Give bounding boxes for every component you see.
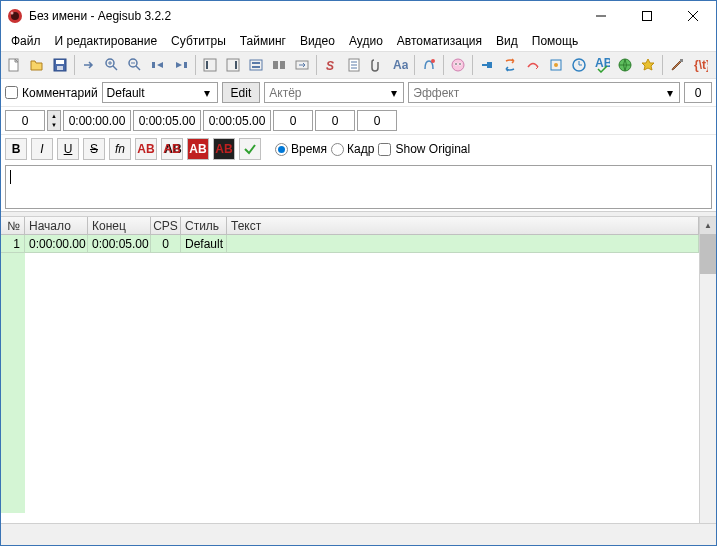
margin-r-input[interactable]: 0 (315, 110, 355, 131)
actor-combo[interactable]: ▾ (264, 82, 404, 103)
zoom-in-icon[interactable] (101, 54, 123, 76)
menu-subtitles[interactable]: Субтитры (165, 32, 232, 50)
grid-left-strip (1, 253, 25, 513)
font-button[interactable]: fn (109, 138, 131, 160)
show-original-checkbox[interactable]: Show Original (378, 142, 470, 156)
svg-point-45 (554, 63, 558, 67)
fonts-collector-icon[interactable]: Aa (389, 54, 411, 76)
svg-rect-26 (252, 66, 260, 68)
layer-input[interactable]: 0 (5, 110, 45, 131)
select-visible-icon[interactable] (245, 54, 267, 76)
vertical-scrollbar[interactable]: ▲ ▼ (699, 217, 716, 523)
subtitle-grid[interactable]: № Начало Конец CPS Стиль Текст 1 0:00:00… (1, 217, 699, 523)
snap-scene-icon[interactable] (268, 54, 290, 76)
scroll-up-icon[interactable]: ▲ (700, 217, 716, 234)
minimize-button[interactable] (578, 1, 624, 30)
svg-point-41 (459, 63, 460, 64)
shift-times-icon[interactable] (291, 54, 313, 76)
options-icon[interactable] (666, 54, 688, 76)
svg-rect-22 (227, 59, 239, 71)
chars-count: 0 (684, 82, 712, 103)
video-jump-end-icon[interactable] (170, 54, 192, 76)
col-start[interactable]: Начало (25, 217, 88, 234)
attachments-icon[interactable] (366, 54, 388, 76)
strike-button[interactable]: S (83, 138, 105, 160)
italic-button[interactable]: I (31, 138, 53, 160)
chevron-down-icon: ▾ (200, 85, 215, 100)
menu-audio[interactable]: Аудио (343, 32, 389, 50)
automation-icon[interactable] (418, 54, 440, 76)
effect-combo[interactable]: ▾ (408, 82, 680, 103)
svg-rect-27 (273, 61, 278, 69)
svg-rect-20 (204, 59, 216, 71)
kanji-timer-icon[interactable] (568, 54, 590, 76)
styling-assistant-icon[interactable] (637, 54, 659, 76)
col-style[interactable]: Стиль (181, 217, 227, 234)
menu-video[interactable]: Видео (294, 32, 341, 50)
snap-start-icon[interactable] (199, 54, 221, 76)
close-button[interactable] (670, 1, 716, 30)
comment-checkbox[interactable]: Комментарий (5, 86, 98, 100)
menu-view[interactable]: Вид (490, 32, 524, 50)
svg-line-12 (113, 66, 117, 70)
outline-color-button[interactable]: AB (187, 138, 209, 160)
properties-icon[interactable] (343, 54, 365, 76)
maximize-button[interactable] (624, 1, 670, 30)
menu-file[interactable]: Файл (5, 32, 47, 50)
zoom-out-icon[interactable] (124, 54, 146, 76)
titlebar: Без имени - Aegisub 3.2.2 (1, 1, 716, 31)
margin-v-input[interactable]: 0 (357, 110, 397, 131)
secondary-color-button[interactable]: AB (161, 138, 183, 160)
timing-postprocessor-icon[interactable] (545, 54, 567, 76)
save-icon[interactable] (49, 54, 71, 76)
svg-point-40 (455, 63, 456, 64)
col-num[interactable]: № (1, 217, 25, 234)
svg-rect-18 (152, 62, 155, 68)
svg-line-16 (136, 66, 140, 70)
margin-l-input[interactable]: 0 (273, 110, 313, 131)
app-icon (7, 8, 23, 24)
commit-button[interactable] (239, 138, 261, 160)
svg-rect-28 (280, 61, 285, 69)
translation-assistant-icon[interactable] (614, 54, 636, 76)
subtitle-text-input[interactable] (5, 165, 712, 209)
duration-input[interactable]: 0:00:05.00 (203, 110, 271, 131)
cycle-tag-icon[interactable]: {\t} (689, 54, 711, 76)
layer-spinner[interactable]: ▲▼ (47, 110, 61, 131)
style-combo[interactable]: Default▾ (102, 82, 218, 103)
svg-rect-10 (57, 66, 63, 70)
styles-manager-icon[interactable]: S (320, 54, 342, 76)
primary-color-button[interactable]: AB (135, 138, 157, 160)
bold-button[interactable]: B (5, 138, 27, 160)
end-time-input[interactable]: 0:00:05.00 (133, 110, 201, 131)
menu-edit[interactable]: И редактирование (49, 32, 164, 50)
resample-icon[interactable] (522, 54, 544, 76)
menu-automation[interactable]: Автоматизация (391, 32, 488, 50)
col-text[interactable]: Текст (227, 217, 699, 234)
video-jump-start-icon[interactable] (147, 54, 169, 76)
shadow-color-button[interactable]: AB (213, 138, 235, 160)
grid-row[interactable]: 1 0:00:00.00 0:00:05.00 0 Default (1, 235, 699, 253)
shift-tag-icon[interactable] (476, 54, 498, 76)
col-end[interactable]: Конец (88, 217, 151, 234)
menu-help[interactable]: Помощь (526, 32, 584, 50)
start-time-input[interactable]: 0:00:00.00 (63, 110, 131, 131)
open-icon[interactable] (26, 54, 48, 76)
statusbar (1, 523, 716, 545)
scroll-thumb[interactable] (700, 234, 716, 274)
snap-end-icon[interactable] (222, 54, 244, 76)
menubar: Файл И редактирование Субтитры Тайминг В… (1, 31, 716, 51)
find-replace-icon[interactable] (499, 54, 521, 76)
assdraw-icon[interactable] (447, 54, 469, 76)
col-cps[interactable]: CPS (151, 217, 181, 234)
menu-timing[interactable]: Тайминг (234, 32, 292, 50)
spellcheck-icon[interactable]: ABC (591, 54, 613, 76)
new-icon[interactable] (3, 54, 25, 76)
window-controls (578, 1, 716, 31)
jump-icon[interactable] (78, 54, 100, 76)
edit-style-button[interactable]: Edit (222, 82, 261, 103)
frame-radio[interactable]: Кадр (331, 142, 374, 156)
time-radio[interactable]: Время (275, 142, 327, 156)
underline-button[interactable]: U (57, 138, 79, 160)
edit-row-2: 0 ▲▼ 0:00:00.00 0:00:05.00 0:00:05.00 0 … (1, 107, 716, 135)
